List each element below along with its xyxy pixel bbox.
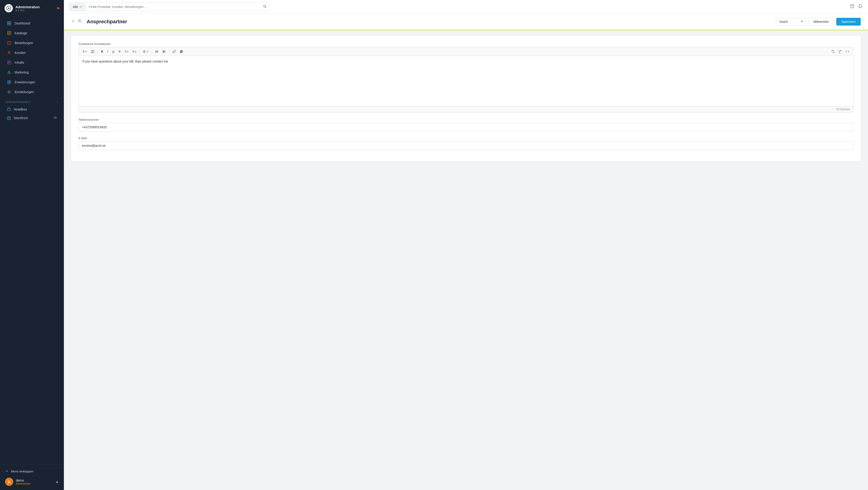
- notifications-button[interactable]: [858, 4, 863, 9]
- rte-redo-btn[interactable]: [837, 49, 844, 54]
- svg-point-26: [264, 5, 266, 7]
- svg-rect-1: [7, 22, 9, 23]
- save-button[interactable]: Speichern: [836, 18, 861, 26]
- chevron-down-icon: [80, 5, 82, 8]
- rte-superscript-btn[interactable]: X2: [123, 49, 130, 54]
- help-button[interactable]: [850, 4, 854, 9]
- sidebar-item-dashboard[interactable]: Dashboard: [2, 19, 62, 28]
- rte-ul-btn[interactable]: [154, 49, 160, 54]
- ol-icon: 1.2.3.: [163, 50, 166, 53]
- sidebar-item-label: Bestellungen: [14, 41, 33, 45]
- search-type-button[interactable]: Alle: [69, 3, 86, 11]
- orders-icon: [7, 41, 11, 45]
- add-channel-icon[interactable]: ＋: [56, 100, 59, 103]
- rte-table-btn[interactable]: [178, 49, 185, 54]
- sidebar-item-label: Marketing: [14, 70, 29, 74]
- user-chevron-icon: ▲: [55, 480, 59, 484]
- rte-paragraph-btn[interactable]: ¶: [81, 49, 89, 54]
- rte-expand-btn[interactable]: [89, 49, 96, 54]
- search-input[interactable]: [86, 3, 260, 11]
- email-input[interactable]: [79, 141, 854, 150]
- svg-point-36: [156, 51, 156, 51]
- code-icon: [846, 50, 849, 53]
- rte-strikethrough-btn[interactable]: S: [117, 49, 122, 54]
- undo-icon: [831, 50, 834, 53]
- sidebar-item-headless[interactable]: Headless: [2, 105, 62, 114]
- user-role: Administrator: [16, 482, 31, 485]
- app-info: Administration 6.4.18.1: [16, 5, 40, 12]
- svg-rect-48: [180, 50, 183, 53]
- svg-rect-18: [7, 82, 9, 84]
- sidebar-item-erweiterungen[interactable]: Erweiterungen: [2, 78, 62, 87]
- sidebar-item-label: Erweiterungen: [14, 80, 35, 84]
- sidebar-item-inhalte[interactable]: Inhalte: [2, 58, 62, 67]
- sidebar-item-kunden[interactable]: Kunden: [2, 48, 62, 58]
- svg-rect-3: [7, 24, 9, 25]
- collapse-icon: [5, 469, 9, 473]
- channel-label: Headless: [14, 108, 27, 111]
- svg-rect-16: [7, 81, 9, 82]
- extensions-icon: [7, 80, 11, 85]
- sidebar-item-bestellungen[interactable]: Bestellungen: [2, 38, 62, 48]
- topbar-actions: [850, 4, 863, 9]
- marketing-icon: [7, 70, 11, 74]
- email-label: E-Mail: [79, 136, 854, 140]
- sidebar-footer: Menü einklappen D demo Administrator ▲: [0, 464, 64, 490]
- svg-point-40: [156, 52, 156, 53]
- svg-point-10: [8, 51, 10, 53]
- avatar: D: [5, 478, 13, 486]
- collapse-menu-btn[interactable]: Menü einklappen: [4, 468, 60, 475]
- contact-line-group: Zusätzliche Kontaktzeile ¶ B: [79, 42, 854, 113]
- sidebar-item-kataloge[interactable]: Kataloge: [2, 28, 62, 38]
- sidebar-item-einstellungen[interactable]: Einstellungen: [2, 87, 62, 97]
- rte-italic-btn[interactable]: I: [105, 49, 110, 54]
- cancel-button[interactable]: Abbrechen: [808, 18, 834, 26]
- search-icon: [263, 5, 267, 8]
- contents-icon: [7, 60, 11, 65]
- search-bar: Alle: [69, 2, 270, 11]
- search-submit-button[interactable]: [260, 2, 270, 11]
- char-count: 62 Zeichen: [837, 108, 850, 111]
- app-logo: [5, 4, 13, 12]
- person-icon: [77, 19, 82, 25]
- user-name: demo: [16, 479, 31, 482]
- content-area: Ansprechpartner Dutch English German Abb…: [64, 14, 868, 490]
- rte-ol-btn[interactable]: 1.2.3.: [161, 49, 168, 54]
- sidebar-item-marketing[interactable]: Marketing: [2, 67, 62, 77]
- back-button[interactable]: [71, 19, 75, 24]
- storefront-icon: [7, 116, 11, 120]
- rte-align-btn[interactable]: [141, 49, 151, 54]
- rte-body[interactable]: If you have questions about your bill, t…: [79, 56, 853, 106]
- dashboard-icon: [7, 21, 11, 26]
- sidebar-item-storefront[interactable]: Storefront: [2, 114, 62, 122]
- notification-dot: [57, 7, 59, 9]
- rte-bold-btn[interactable]: B: [99, 49, 105, 54]
- svg-rect-4: [9, 24, 11, 25]
- eye-icon[interactable]: [53, 116, 57, 120]
- svg-point-19: [9, 82, 11, 84]
- user-profile[interactable]: D demo Administrator ▲: [4, 475, 60, 487]
- customers-icon: [7, 51, 11, 55]
- rte-undo-btn[interactable]: [830, 49, 836, 54]
- page-header-actions: Dutch English German Abbrechen Speichern: [776, 18, 861, 26]
- table-icon: [180, 50, 183, 53]
- svg-point-25: [55, 117, 56, 118]
- rich-text-editor: ¶ B I U S X2 X2: [79, 47, 854, 113]
- svg-rect-31: [92, 50, 94, 53]
- topbar: Alle: [64, 0, 868, 14]
- svg-rect-21: [7, 109, 10, 111]
- rte-subscript-btn[interactable]: X2: [131, 49, 138, 54]
- svg-point-30: [79, 20, 80, 21]
- rte-underline-btn[interactable]: U: [111, 49, 116, 54]
- page-nav: [71, 19, 82, 25]
- rte-divider: [152, 49, 152, 54]
- svg-rect-17: [9, 81, 11, 82]
- rte-link-btn[interactable]: [170, 49, 178, 54]
- rte-code-btn[interactable]: [844, 49, 851, 54]
- phone-input[interactable]: [79, 123, 854, 131]
- sidebar: Administration 6.4.18.1 Dashboard Katalo…: [0, 0, 64, 490]
- channels-section-label: Verkaufskanäle ＋: [0, 97, 64, 105]
- redo-icon: [839, 50, 842, 53]
- language-select[interactable]: Dutch English German: [776, 18, 806, 26]
- app-version: 6.4.18.1: [16, 9, 40, 12]
